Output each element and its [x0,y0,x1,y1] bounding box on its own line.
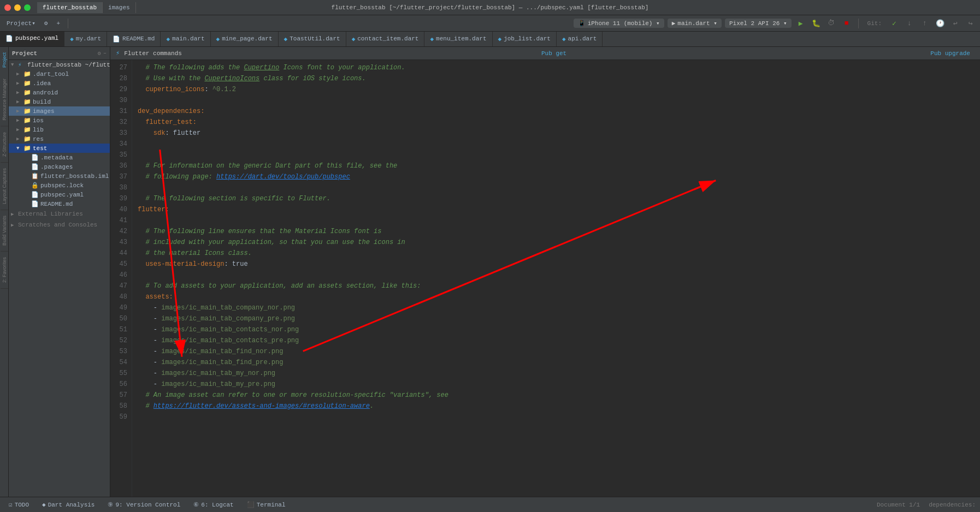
file-tab-contact-item[interactable]: ◆ contact_item.dart [346,32,425,46]
minimize-button[interactable] [14,4,21,11]
bottom-tab-dart-analysis[interactable]: ◆ Dart Analysis [38,500,99,509]
file-tab-my-dart[interactable]: ◆ my.dart [64,32,107,46]
profile-button[interactable]: ⏱ [825,17,837,29]
left-sidebar-tabs: Project Resource Manager Z-Structure Lay… [0,47,9,497]
tree-android[interactable]: ▶ 📁 android [9,88,110,97]
bottom-tab-todo[interactable]: ☑ TODO [4,500,33,509]
title-tabs: flutter_bosstab images [37,2,136,13]
git-update[interactable]: ↓ [904,17,916,29]
tree-res[interactable]: ▶ 📁 res [9,134,110,144]
maximize-button[interactable] [24,4,31,11]
title-bar: flutter_bosstab images flutter_bosstab [… [0,0,980,15]
bottom-tab-version-control[interactable]: ⑨ 9: Version Control [103,500,185,509]
tree-pubspec-lock[interactable]: 🔒 pubspec.lock [9,181,110,190]
tree-readme[interactable]: 📄 README.md [9,199,110,209]
tree-idea[interactable]: ▶ 📁 .idea [9,79,110,88]
pub-upgrade-button[interactable]: Pub upgrade [926,49,975,58]
code-line-47: # To add assets to your application, add… [138,281,980,291]
toolbar-settings[interactable]: ⚙ [41,19,51,28]
git-history[interactable]: 🕐 [934,17,946,29]
toolbar-sep2 [858,19,859,28]
tree-build[interactable]: ▶ 📁 build [9,97,110,106]
close-button[interactable] [4,4,11,11]
target-selector[interactable]: Pixel 2 API 26 ▾ [725,19,792,28]
tree-test[interactable]: ▼ 📁 test [9,144,110,153]
code-line-44: # the material Icons class. [138,248,980,259]
code-line-46 [138,270,980,281]
file-tab-mine-page[interactable]: ◆ mine_page.dart [211,32,279,46]
code-line-33: sdk: flutter [138,128,980,139]
file-tab-job-list[interactable]: ◆ job_list.dart [493,32,557,46]
toolbar-separator [68,19,68,28]
code-line-51: - images/ic_main_tab_contacts_nor.png [138,324,980,335]
title-tab-images-label: images [108,4,130,11]
file-tab-toast[interactable]: ◆ ToastUtil.dart [279,32,346,46]
code-line-49: - images/ic_main_tab_company_nor.png [138,302,980,313]
code-line-31: dev_dependencies: [138,106,980,117]
tree-dart-tool[interactable]: ▶ 📁 .dart_tool [9,69,110,79]
tree-pubspec-yaml[interactable]: 📄 pubspec.yaml [9,190,110,199]
panel-gear-icon[interactable]: ⚙ [98,50,101,57]
tree-ios[interactable]: ▶ 📁 ios [9,116,110,125]
file-tabs: 📄 pubspec.yaml ◆ my.dart 📄 README.md ◆ m… [0,32,980,47]
file-tab-api[interactable]: ◆ api.dart [557,32,603,46]
code-line-30 [138,95,980,106]
pub-get-button[interactable]: Pub get [537,49,571,58]
git-push[interactable]: ↑ [919,17,931,29]
code-line-27: # The following adds the Cupertino Icons… [138,62,980,73]
title-tab-flutter[interactable]: flutter_bosstab [37,2,103,13]
code-lines[interactable]: # The following adds the Cupertino Icons… [132,60,980,497]
file-tab-pubspec[interactable]: 📄 pubspec.yaml [0,32,64,46]
vtab-favorites[interactable]: 2: Favorites [1,252,8,289]
code-line-45: uses-material-design: true [138,259,980,270]
stop-button[interactable]: ■ [841,17,853,29]
code-line-52: - images/ic_main_tab_contacts_pre.png [138,335,980,346]
panel-title: Project [12,50,37,57]
code-line-43: # included with your application, so tha… [138,237,980,248]
window-controls [4,4,31,11]
title-tab-images[interactable]: images [103,2,136,13]
tree-external-libs[interactable]: ▶ External Libraries [9,209,110,219]
tree-iml[interactable]: 📋 flutter_bosstab.iml [9,171,110,181]
tree-images[interactable]: ▶ 📁 images [9,106,110,116]
run-button[interactable]: ▶ [795,17,807,29]
file-tab-menu-item[interactable]: ◆ menu_item.dart [424,32,492,46]
bottom-bar: ☑ TODO ◆ Dart Analysis ⑨ 9: Version Cont… [0,497,980,512]
vtab-project[interactable]: Project [1,47,8,73]
undo-button[interactable]: ↩ [949,17,961,29]
bottom-tab-terminal[interactable]: ⬛ Terminal [243,500,290,509]
project-panel: Project ⚙ – ▼ ⚡ flutter_bosstab ~/flutte… [9,47,110,497]
code-editor: ⚡ Flutter commands Pub get Pub upgrade 2… [110,47,980,497]
device-selector[interactable]: 📱 iPhone 11 (mobile) ▾ [574,19,664,28]
code-line-34 [138,139,980,150]
tree-root[interactable]: ▼ ⚡ flutter_bosstab ~/flutter... [9,60,110,69]
code-line-40: flutter: [138,204,980,215]
config-selector[interactable]: ▶ main.dart ▾ [668,19,722,28]
vc-icon: ⑨ [108,501,113,508]
vtab-build[interactable]: Build Variants [1,210,8,252]
code-line-42: # The following line ensures that the Ma… [138,226,980,237]
file-tab-readme[interactable]: 📄 README.md [107,32,161,46]
dart-icon: ◆ [42,501,46,508]
tree-metadata[interactable]: 📄 .metadata [9,153,110,162]
logcat-icon: ⑥ [193,501,199,508]
panel-collapse-icon[interactable]: – [103,50,107,57]
bottom-tab-logcat[interactable]: ⑥ 6: Logcat [189,500,238,509]
line-numbers: 27 28 29 30 31 32 33 34 35 36 37 38 39 4… [110,60,132,497]
code-content: 27 28 29 30 31 32 33 34 35 36 37 38 39 4… [110,60,980,497]
vtab-layout[interactable]: Layout Captures [1,163,8,210]
redo-button[interactable]: ↪ [965,17,977,29]
tree-lib[interactable]: ▶ 📁 lib [9,125,110,134]
code-line-50: - images/ic_main_tab_company_pre.png [138,313,980,324]
git-checkmark[interactable]: ✓ [888,17,900,29]
tree-scratches[interactable]: ▶ Scratches and Consoles [9,219,110,230]
bottom-doc-info: Document 1/1 dependencies: [877,502,976,508]
debug-button[interactable]: 🐛 [810,17,822,29]
vtab-structure[interactable]: Z-Structure [1,127,8,163]
project-dropdown[interactable]: Project▾ [3,19,39,28]
tree-packages[interactable]: 📄 .packages [9,162,110,171]
vtab-resource[interactable]: Resource Manager [1,73,8,127]
file-tab-main-dart[interactable]: ◆ main.dart [161,32,210,46]
toolbar-add[interactable]: + [53,19,63,28]
flutter-commands-label: Flutter commands [124,50,182,57]
